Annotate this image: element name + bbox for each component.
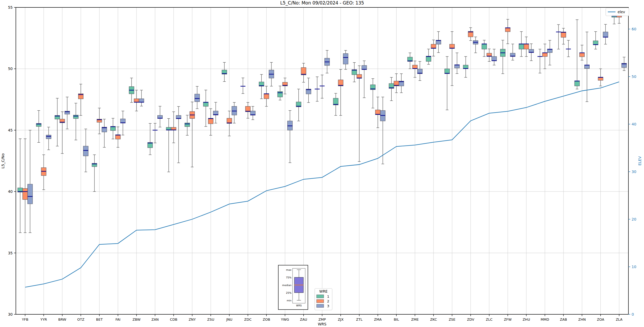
box-ZHN-wre2 — [580, 45, 585, 60]
box-ZAB-wre2 — [561, 28, 566, 44]
box-ZMP-wre3 — [325, 50, 330, 73]
box-ZLA-wre3 — [622, 57, 627, 71]
wre-legend: WRE 1 2 3 — [315, 288, 332, 310]
box-ZJX-wre3 — [343, 50, 348, 69]
box-ZFW-wre3 — [510, 44, 515, 60]
x-tick-FAI: FAI — [115, 317, 120, 321]
inset-label-median: median — [282, 284, 292, 287]
box-ZNY-wre1 — [185, 115, 190, 135]
box-ZDV-wre3 — [473, 37, 478, 53]
chart-title: L5_C/No: Mon 09/02/2024 - GEO: 135 — [280, 0, 364, 6]
grid-layer — [16, 7, 628, 314]
wre-legend-title: WRE — [319, 289, 327, 293]
svg-text:35: 35 — [8, 251, 13, 255]
box-ZSE-wre2 — [450, 32, 455, 86]
box-JNU-wre2 — [227, 111, 232, 136]
box-MMD-wre1 — [538, 49, 543, 73]
box-ZMA-wre1 — [370, 79, 375, 108]
boxplot-anatomy-inset: max 75% median 25% min WRS — [278, 265, 308, 310]
box-BRW-wre3 — [65, 97, 70, 129]
boxplot-figure: 3035404550550102030405060YFBYYRBRWOTZBET… — [0, 0, 644, 327]
x-tick-ZOA: ZOA — [597, 317, 604, 321]
wre-swatch-2 — [317, 300, 324, 303]
box-ZJX-wre1 — [333, 93, 338, 115]
box-YFB-wre2 — [23, 139, 28, 233]
box-YWG-wre1 — [278, 86, 283, 100]
box-ZAU-wre3 — [306, 78, 311, 102]
box-ZOB-wre1 — [259, 74, 264, 99]
x-tick-ZFW: ZFW — [504, 317, 511, 321]
box-ZDC-wre2 — [245, 102, 250, 118]
x-axis-label: WRS — [318, 322, 327, 326]
x-tick-ZLA: ZLA — [616, 317, 622, 321]
elev-legend: elev — [606, 8, 629, 16]
box-BRW-wre2 — [60, 112, 65, 153]
box-BIL-wre2 — [394, 74, 399, 93]
box-ZMP-wre1 — [315, 77, 320, 101]
svg-text:45: 45 — [8, 128, 13, 132]
svg-text:20: 20 — [632, 217, 636, 221]
x-tick-ZAU: ZAU — [300, 317, 307, 321]
x-tick-ZBW: ZBW — [133, 317, 140, 321]
x-tick-ZSU: ZSU — [207, 317, 214, 321]
svg-text:30: 30 — [8, 312, 13, 316]
box-ZBW-wre1 — [129, 78, 134, 102]
elev-legend-label: elev — [618, 10, 625, 14]
chart-svg: 3035404550550102030405060YFBYYRBRWOTZBET… — [0, 0, 644, 327]
x-tick-ZKC: ZKC — [430, 317, 437, 321]
inset-label-75: 75% — [286, 276, 292, 279]
svg-text:50: 50 — [8, 67, 13, 71]
box-OTZ-wre3 — [83, 129, 88, 172]
box-ZSE-wre3 — [454, 53, 459, 74]
box-ZOB-wre3 — [269, 62, 274, 86]
x-tick-ZDC: ZDC — [244, 317, 252, 321]
x-tick-MMD: MMD — [540, 317, 549, 321]
svg-text:50: 50 — [632, 74, 636, 79]
x-tick-ZMP: ZMP — [318, 317, 326, 321]
box-ZME-wre3 — [417, 62, 422, 81]
box-ZMP-wre2 — [320, 75, 325, 98]
x-tick-JNU: JNU — [226, 317, 232, 321]
box-ZAU-wre2 — [301, 63, 306, 82]
box-ZKC-wre1 — [426, 49, 431, 64]
box-ZAN-wre3 — [158, 106, 163, 127]
box-BIL-wre1 — [389, 77, 394, 101]
svg-text:10: 10 — [632, 265, 636, 269]
box-CDB-wre1 — [166, 119, 171, 172]
box-YFB-wre3 — [28, 130, 33, 233]
box-ZBW-wre3 — [139, 90, 144, 106]
box-ZTL-wre3 — [362, 61, 367, 98]
x-tick-ZMA: ZMA — [374, 317, 382, 321]
x-tick-ZNY: ZNY — [189, 317, 196, 321]
x-tick-CDB: CDB — [170, 317, 177, 321]
box-YYR-wre1 — [36, 110, 41, 142]
box-ZHN-wre1 — [575, 20, 580, 89]
box-BET-wre3 — [102, 119, 107, 147]
box-ZLC-wre2 — [487, 49, 492, 61]
wre-label-3: 3 — [327, 304, 329, 308]
box-ZNY-wre2 — [190, 102, 195, 167]
box-YYR-wre3 — [46, 127, 51, 150]
box-MMD-wre2 — [542, 44, 547, 69]
box-ZBW-wre2 — [134, 90, 139, 111]
box-ZLC-wre3 — [492, 49, 497, 65]
x-tick-ZLC: ZLC — [486, 317, 492, 321]
x-tick-ZHU: ZHU — [523, 317, 530, 321]
box-YYR-wre2 — [41, 155, 46, 190]
x-tick-ZOB: ZOB — [263, 317, 270, 321]
box-ZMA-wre2 — [375, 97, 380, 128]
inset-label-min: min — [287, 299, 292, 302]
box-YFB-wre1 — [18, 139, 23, 233]
box-ZDV-wre1 — [463, 57, 468, 77]
svg-text:30: 30 — [632, 170, 636, 174]
wre-label-1: 1 — [327, 295, 329, 298]
box-MMD-wre3 — [547, 40, 552, 65]
box-YWG-wre2 — [283, 78, 288, 94]
box-ZTL-wre2 — [357, 66, 362, 162]
x-tick-YWG: YWG — [281, 317, 289, 321]
box-ZAN-wre2 — [153, 123, 158, 143]
svg-text:40: 40 — [8, 189, 13, 194]
box-ZDC-wre3 — [250, 106, 255, 120]
box-ZHN-wre3 — [585, 32, 590, 102]
box-ZSU-wre1 — [203, 90, 208, 127]
